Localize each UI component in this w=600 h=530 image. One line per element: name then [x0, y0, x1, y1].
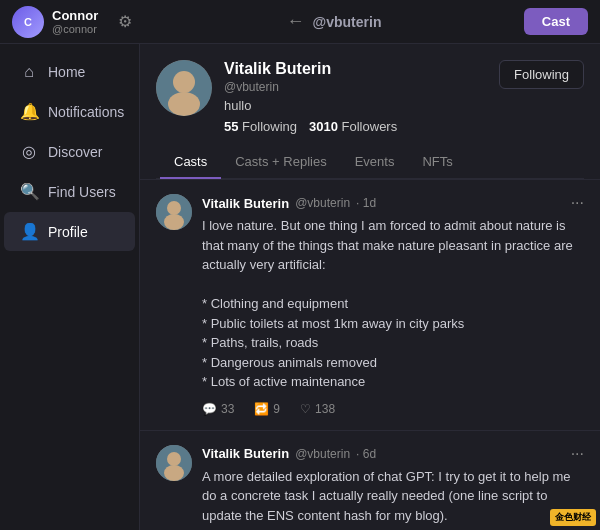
cast-actions-1: 💬 33 🔁 9 ♡ 138 [202, 402, 584, 416]
follow-button[interactable]: Following [499, 60, 584, 89]
content-area: Vitalik Buterin @vbuterin hullo 55 Follo… [140, 44, 600, 530]
notifications-icon: 🔔 [20, 102, 38, 121]
recast-icon-1: 🔁 [254, 402, 269, 416]
following-stat: 55 Following [224, 119, 297, 134]
sidebar-item-profile[interactable]: 👤 Profile [4, 212, 135, 251]
profile-icon: 👤 [20, 222, 38, 241]
top-bar: C Connor @connor ⚙ ← @vbuterin Cast [0, 0, 600, 44]
cast-avatar-2 [156, 445, 192, 481]
cast-author-2: Vitalik Buterin [202, 446, 289, 461]
main-layout: ⌂ Home 🔔 Notifications ◎ Discover 🔍 Find… [0, 44, 600, 530]
svg-point-4 [167, 201, 181, 215]
followers-stat: 3010 Followers [309, 119, 397, 134]
user-display-name: Connor [52, 8, 98, 23]
recast-action-1[interactable]: 🔁 9 [254, 402, 280, 416]
comment-action-1[interactable]: 💬 33 [202, 402, 234, 416]
svg-point-1 [173, 71, 195, 93]
user-info: C Connor @connor ⚙ [12, 6, 136, 38]
profile-top: Vitalik Buterin @vbuterin hullo 55 Follo… [156, 60, 584, 134]
user-names: Connor @connor [52, 8, 98, 35]
cast-more-1[interactable]: ··· [571, 194, 584, 212]
cast-meta-1: Vitalik Buterin @vbuterin · 1d ··· [202, 194, 584, 212]
sidebar-label-profile: Profile [48, 224, 88, 240]
profile-header: Vitalik Buterin @vbuterin hullo 55 Follo… [140, 44, 600, 180]
following-label: Following [242, 119, 297, 134]
tab-nfts[interactable]: NFTs [408, 146, 466, 179]
svg-point-5 [164, 214, 184, 230]
sidebar-item-home[interactable]: ⌂ Home [4, 53, 135, 91]
profile-avatar-img [156, 60, 212, 116]
feed: Vitalik Buterin @vbuterin · 1d ··· I lov… [140, 180, 600, 530]
sidebar-item-discover[interactable]: ◎ Discover [4, 132, 135, 171]
sidebar-label-home: Home [48, 64, 85, 80]
settings-button[interactable]: ⚙ [114, 10, 136, 33]
profile-bio: hullo [224, 98, 487, 113]
sidebar-label-notifications: Notifications [48, 104, 124, 120]
discover-icon: ◎ [20, 142, 38, 161]
page-handle-label: @vbuterin [313, 14, 382, 30]
followers-count: 3010 [309, 119, 338, 134]
cast-author-1: Vitalik Buterin [202, 196, 289, 211]
followers-label: Followers [342, 119, 398, 134]
cast-button[interactable]: Cast [524, 8, 588, 35]
cast-item: Vitalik Buterin @vbuterin · 1d ··· I lov… [140, 180, 600, 431]
cast-body-1: Vitalik Buterin @vbuterin · 1d ··· I lov… [202, 194, 584, 416]
find-users-icon: 🔍 [20, 182, 38, 201]
user-avatar: C [12, 6, 44, 38]
profile-avatar [156, 60, 212, 116]
profile-stats: 55 Following 3010 Followers [224, 119, 487, 134]
cast-handle-1: @vbuterin [295, 196, 350, 210]
profile-display-name: Vitalik Buterin [224, 60, 487, 78]
sidebar-item-find-users[interactable]: 🔍 Find Users [4, 172, 135, 211]
comment-count-1: 33 [221, 402, 234, 416]
back-button[interactable]: ← [279, 9, 313, 34]
profile-handle: @vbuterin [224, 80, 487, 94]
like-icon-1: ♡ [300, 402, 311, 416]
cast-item-2: Vitalik Buterin @vbuterin · 6d ··· A mor… [140, 431, 600, 531]
sidebar-label-discover: Discover [48, 144, 102, 160]
profile-info: Vitalik Buterin @vbuterin hullo 55 Follo… [224, 60, 487, 134]
cast-handle-2: @vbuterin [295, 447, 350, 461]
cast-body-2: Vitalik Buterin @vbuterin · 6d ··· A mor… [202, 445, 584, 531]
recast-count-1: 9 [273, 402, 280, 416]
watermark: 金色财经 [550, 509, 596, 526]
cast-time-1: · 1d [356, 196, 376, 210]
tab-events[interactable]: Events [341, 146, 409, 179]
following-count: 55 [224, 119, 238, 134]
home-icon: ⌂ [20, 63, 38, 81]
cast-meta-2: Vitalik Buterin @vbuterin · 6d ··· [202, 445, 584, 463]
cast-text-2: A more detailed exploration of chat GPT:… [202, 467, 584, 526]
tab-casts[interactable]: Casts [160, 146, 221, 179]
sidebar-item-notifications[interactable]: 🔔 Notifications [4, 92, 135, 131]
like-count-1: 138 [315, 402, 335, 416]
cast-time-2: · 6d [356, 447, 376, 461]
sidebar-label-find-users: Find Users [48, 184, 116, 200]
svg-point-7 [167, 452, 181, 466]
cast-more-2[interactable]: ··· [571, 445, 584, 463]
comment-icon-1: 💬 [202, 402, 217, 416]
svg-point-8 [164, 465, 184, 481]
sidebar: ⌂ Home 🔔 Notifications ◎ Discover 🔍 Find… [0, 44, 140, 530]
profile-tabs: Casts Casts + Replies Events NFTs [156, 146, 584, 179]
svg-point-2 [168, 92, 200, 116]
cast-avatar-1 [156, 194, 192, 230]
user-handle: @connor [52, 23, 98, 35]
like-action-1[interactable]: ♡ 138 [300, 402, 335, 416]
cast-text-1: I love nature. But one thing I am forced… [202, 216, 584, 392]
tab-casts-replies[interactable]: Casts + Replies [221, 146, 340, 179]
